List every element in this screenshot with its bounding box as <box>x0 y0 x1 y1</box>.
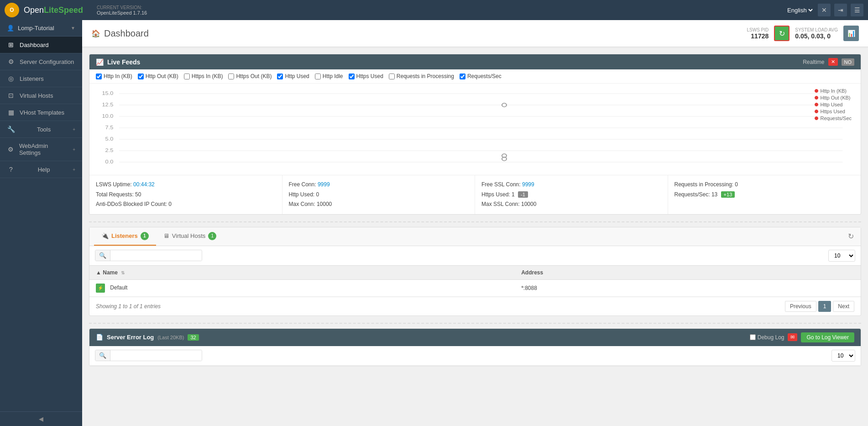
legend-http-used: Http Used <box>815 102 852 107</box>
col-name: ▲ Name ⇅ <box>89 265 515 279</box>
svg-text:10.0: 10.0 <box>102 114 113 118</box>
cb-http-out[interactable]: Http Out (KB) <box>138 73 178 79</box>
main-layout: 👤 Lomp-Tutorial ▼ ⊞ Dashboard ⚙ Server C… <box>0 20 868 426</box>
max-conn-label: Max Conn: <box>289 201 315 207</box>
live-feeds-title-area: 📈 Live Feeds <box>96 58 140 66</box>
row-name: Default <box>110 284 127 291</box>
cb-requests-sec[interactable]: Requests/Sec <box>460 73 502 79</box>
refresh-button[interactable]: ↻ <box>774 26 790 41</box>
cb-https-out[interactable]: Https Out (KB) <box>228 73 272 79</box>
col-address: Address <box>515 265 847 279</box>
log-title: Server Error Log <box>107 334 154 341</box>
sidebar-item-listeners[interactable]: ◎ Listeners <box>0 70 82 87</box>
language-select[interactable]: English <box>785 6 814 14</box>
system-load-value: 0.05, 0.03, 0 <box>795 32 838 40</box>
sidebar-user[interactable]: 👤 Lomp-Tutorial ▼ <box>0 20 82 37</box>
menu-button[interactable]: ☰ <box>851 4 863 16</box>
legend-dot <box>815 89 818 93</box>
realtime-no-badge: NO <box>842 58 855 66</box>
tab-virtual-hosts[interactable]: 🖥 Virtual Hosts 1 <box>156 227 224 246</box>
live-feeds-panel: 📈 Live Feeds Realtime ✕ NO Http In (KB) … <box>89 54 861 215</box>
help-icon: ? <box>7 166 15 173</box>
legend-label: Requests/Sec <box>821 116 852 121</box>
server-config-icon: ⚙ <box>7 58 15 65</box>
realtime-label: Realtime <box>803 59 824 65</box>
log-file-icon: 📄 <box>96 334 103 341</box>
sidebar-item-webadmin[interactable]: ⚙ WebAdmin Settings + <box>0 138 82 161</box>
cb-requests-processing[interactable]: Requests in Processing <box>389 73 454 79</box>
expand-button[interactable]: ⇥ <box>834 4 847 16</box>
free-conn-label: Free Conn: <box>289 181 316 188</box>
legend-requests-sec: Requests/Sec <box>815 116 852 121</box>
content-inner: 📈 Live Feeds Realtime ✕ NO Http In (KB) … <box>82 47 868 373</box>
sidebar-item-tools[interactable]: 🔧 Tools + <box>0 121 82 138</box>
brand-open: Open <box>24 5 44 15</box>
legend-dot <box>815 96 818 100</box>
previous-button[interactable]: Previous <box>785 301 816 312</box>
tabs-refresh-button[interactable]: ↻ <box>846 230 856 243</box>
max-conn-value: 10000 <box>317 201 332 207</box>
tab-listeners[interactable]: 🔌 Listeners 1 <box>94 227 156 246</box>
req-sec-badge: +13 <box>721 191 735 198</box>
lsws-uptime-value[interactable]: 00:44:32 <box>133 181 155 188</box>
home-icon: 🏠 <box>91 29 100 38</box>
chart-area: 15.0 12.5 10.0 7.5 5.0 2.5 0.0 <box>89 84 861 175</box>
log-search-input[interactable] <box>110 351 202 361</box>
lsws-uptime-label: LSWS Uptime: <box>96 181 132 188</box>
cb-http-idle[interactable]: Http Idle <box>315 73 343 79</box>
cb-https-in[interactable]: Https In (KB) <box>184 73 223 79</box>
row-action-icon[interactable]: ⚡ <box>96 284 105 293</box>
sidebar-item-server-config[interactable]: ⚙ Server Configuration <box>0 53 82 70</box>
page-1-button[interactable]: 1 <box>818 301 831 312</box>
search-input[interactable] <box>110 251 202 261</box>
svg-text:15.0: 15.0 <box>102 91 113 95</box>
lsws-uptime-row: LSWS Uptime: 00:44:32 <box>96 180 276 190</box>
col-actions <box>847 265 861 279</box>
next-button[interactable]: Next <box>833 301 854 312</box>
svg-text:2.5: 2.5 <box>105 148 114 153</box>
https-used-label: Https Used: <box>481 191 510 198</box>
cb-https-used[interactable]: Https Used <box>349 73 383 79</box>
topbar-right: English ✕ ⇥ ☰ <box>785 4 863 16</box>
table-row: ⚡ Default *:8088 <box>89 279 861 296</box>
sidebar-item-label: Tools <box>37 126 51 133</box>
per-page-select[interactable]: 10 25 50 100 <box>828 250 855 262</box>
http-used-label: Http Used: <box>289 191 315 198</box>
log-count: 32 <box>188 334 199 341</box>
debug-log-checkbox[interactable] <box>750 334 756 340</box>
total-requests-row: Total Requests: 50 <box>96 190 276 200</box>
stats-cell-1: LSWS Uptime: 00:44:32 Total Requests: 50… <box>89 175 282 214</box>
tabs-container: 🔌 Listeners 1 🖥 Virtual Hosts 1 ↻ <box>89 227 861 316</box>
legend-https-used: Https Used <box>815 109 852 114</box>
svg-text:0.0: 0.0 <box>105 159 114 164</box>
vhost-templates-icon: ▦ <box>7 109 15 116</box>
stats-cell-2: Free Conn: 9999 Http Used: 0 Max Conn: 1… <box>282 175 476 214</box>
stats-cell-4: Requests in Processing: 0 Requests/Sec: … <box>668 175 861 214</box>
sidebar-item-vhost-templates[interactable]: ▦ VHost Templates <box>0 104 82 121</box>
free-ssl-value[interactable]: 9999 <box>522 181 534 188</box>
sidebar-collapse-button[interactable]: ◀ <box>0 411 82 426</box>
chart-button[interactable]: 📊 <box>843 26 859 41</box>
pagination-buttons: Previous 1 Next <box>785 301 854 312</box>
chart-legend: Http In (KB) Http Out (KB) Http Used <box>815 88 852 122</box>
legend-dot <box>815 103 818 106</box>
sidebar-item-virtual-hosts[interactable]: ⊡ Virtual Hosts <box>0 87 82 104</box>
go-to-log-viewer-button[interactable]: Go to Log Viewer <box>801 332 854 342</box>
svg-text:7.5: 7.5 <box>105 125 114 130</box>
listeners-tab-badge: 1 <box>141 232 149 240</box>
log-per-page-select[interactable]: 10 25 50 <box>831 350 855 362</box>
tabs-header: 🔌 Listeners 1 🖥 Virtual Hosts 1 ↻ <box>89 227 861 246</box>
chevron-down-icon: ▼ <box>71 26 75 31</box>
close-window-button[interactable]: ✕ <box>818 4 831 16</box>
sidebar-item-dashboard[interactable]: ⊞ Dashboard <box>0 37 82 53</box>
log-search-icon: 🔍 <box>95 350 110 361</box>
cb-http-in[interactable]: Http In (KB) <box>96 73 132 79</box>
version-block: CURRENT VERSION: OpenLiteSpeed 1.7.16 <box>97 5 147 16</box>
cb-http-used[interactable]: Http Used <box>277 73 309 79</box>
sidebar-item-help[interactable]: ? Help + <box>0 161 82 178</box>
req-processing-value: 0 <box>735 181 738 188</box>
max-ssl-label: Max SSL Conn: <box>481 201 520 207</box>
free-conn-value[interactable]: 9999 <box>318 181 330 188</box>
bar-chart-icon: 📈 <box>96 58 104 66</box>
legend-dot <box>815 110 818 113</box>
